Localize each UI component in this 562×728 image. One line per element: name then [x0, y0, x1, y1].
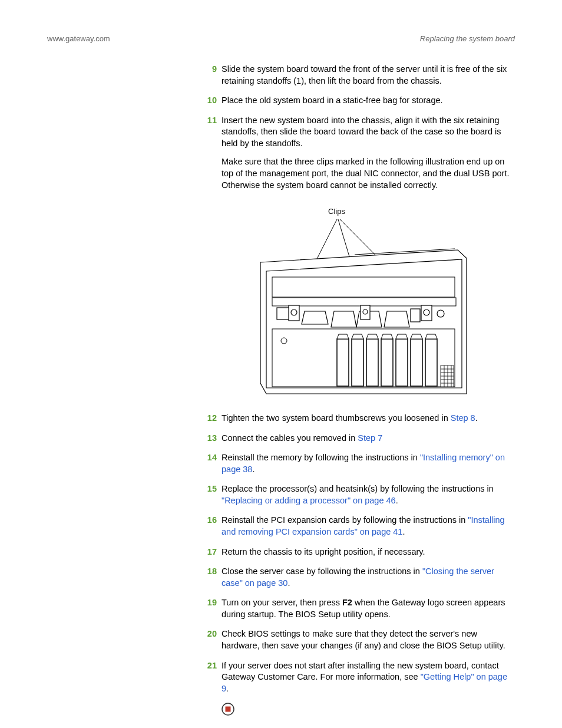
text: .: [475, 413, 478, 423]
text: .: [402, 527, 405, 536]
step-16: 16 Reinstall the PCI expansion cards by …: [206, 515, 515, 538]
text: Turn on your server, then press: [222, 598, 342, 607]
step-number: 9: [206, 64, 222, 87]
svg-rect-36: [226, 707, 231, 712]
step-20: 20 Check BIOS settings to make sure that…: [206, 628, 515, 651]
svg-rect-18: [337, 339, 349, 386]
svg-rect-7: [272, 298, 456, 306]
step-text: If your server does not start after inst…: [222, 660, 515, 695]
svg-point-14: [424, 309, 429, 315]
step-text: Slide the system board toward the front …: [222, 64, 515, 87]
clips-arrows-icon: [249, 206, 472, 401]
text: Connect the cables you removed in: [222, 433, 358, 443]
key-f2: F2: [342, 598, 352, 607]
text: .: [396, 496, 398, 505]
svg-rect-20: [366, 339, 378, 386]
step-text: Check BIOS settings to make sure that th…: [222, 628, 515, 651]
svg-point-16: [437, 310, 444, 317]
text: Tighten the two system board thumbscrews…: [222, 413, 451, 423]
text: Reinstall the PCI expansion cards by fol…: [222, 515, 468, 525]
step-text: Connect the cables you removed in Step 7: [222, 433, 515, 444]
svg-point-12: [363, 309, 368, 314]
step-number: 19: [206, 597, 222, 620]
svg-point-25: [281, 338, 287, 344]
step-9: 9 Slide the system board toward the fron…: [206, 64, 515, 87]
link-step-8[interactable]: Step 8: [451, 413, 475, 423]
step-18: 18 Close the server case by following th…: [206, 566, 515, 589]
end-of-procedure-icon: [222, 703, 515, 719]
svg-point-10: [291, 309, 297, 315]
step-text: Insert the new system board into the cha…: [222, 115, 515, 198]
link-replacing-processor[interactable]: "Replacing or adding a processor" on pag…: [222, 496, 396, 505]
step-number: 21: [206, 660, 222, 695]
step-number: 17: [206, 546, 222, 558]
step-14: 14 Reinstall the memory by following the…: [206, 452, 515, 475]
clips-label: Clips: [328, 206, 345, 217]
step-number: 10: [206, 95, 222, 107]
step-11-p2: Make sure that the three clips marked in…: [222, 156, 515, 191]
step-number: 13: [206, 433, 222, 444]
link-step-7[interactable]: Step 7: [358, 433, 382, 443]
svg-rect-19: [352, 339, 363, 386]
text: .: [287, 578, 290, 588]
step-11: 11 Insert the new system board into the …: [206, 115, 515, 198]
page-header: www.gateway.com Replacing the system boa…: [47, 34, 515, 43]
svg-rect-22: [396, 339, 408, 386]
step-10: 10 Place the old system board in a stati…: [206, 95, 515, 107]
text: .: [226, 684, 229, 693]
step-text: Close the server case by following the i…: [222, 566, 515, 589]
step-number: 11: [206, 115, 222, 198]
step-text: Replace the processor(s) and heatsink(s)…: [222, 483, 515, 506]
step-text: Return the chassis to its upright positi…: [222, 546, 515, 558]
step-11-p1: Insert the new system board into the cha…: [222, 115, 515, 150]
svg-rect-21: [381, 339, 393, 386]
svg-rect-24: [425, 339, 437, 386]
step-text: Reinstall the memory by following the in…: [222, 452, 515, 475]
step-number: 20: [206, 628, 222, 651]
main-content: 9 Slide the system board toward the fron…: [206, 64, 515, 719]
step-21: 21 If your server does not start after i…: [206, 660, 515, 695]
header-section-title: Replacing the system board: [420, 34, 515, 43]
step-text: Turn on your server, then press F2 when …: [222, 597, 515, 620]
step-number: 16: [206, 515, 222, 538]
svg-rect-15: [411, 309, 420, 322]
text: Reinstall the memory by following the in…: [222, 453, 420, 462]
text: .: [252, 465, 254, 474]
step-12: 12 Tighten the two system board thumbscr…: [206, 413, 515, 424]
step-text: Tighten the two system board thumbscrews…: [222, 413, 515, 424]
step-text: Place the old system board in a static-f…: [222, 95, 515, 107]
clips-illustration: Clips: [206, 206, 515, 401]
step-17: 17 Return the chassis to its upright pos…: [206, 546, 515, 558]
step-15: 15 Replace the processor(s) and heatsink…: [206, 483, 515, 506]
step-19: 19 Turn on your server, then press F2 wh…: [206, 597, 515, 620]
step-number: 14: [206, 452, 222, 475]
step-number: 12: [206, 413, 222, 424]
step-number: 15: [206, 483, 222, 506]
svg-rect-23: [411, 339, 422, 386]
step-text: Reinstall the PCI expansion cards by fol…: [222, 515, 515, 538]
header-url: www.gateway.com: [47, 34, 110, 43]
step-13: 13 Connect the cables you removed in Ste…: [206, 433, 515, 444]
text: Replace the processor(s) and heatsink(s)…: [222, 484, 494, 493]
step-number: 18: [206, 566, 222, 589]
text: Close the server case by following the i…: [222, 566, 422, 576]
